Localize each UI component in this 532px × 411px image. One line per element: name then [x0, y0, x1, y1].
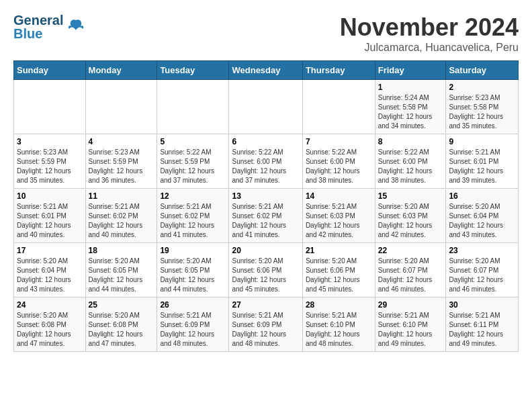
day-number: 22: [378, 246, 443, 255]
day-cell: 10Sunrise: 5:21 AM Sunset: 6:01 PM Dayli…: [14, 189, 86, 243]
logo-blue: Blue: [13, 27, 63, 40]
day-cell: 17Sunrise: 5:20 AM Sunset: 6:04 PM Dayli…: [14, 243, 86, 298]
day-number: 9: [449, 137, 515, 146]
day-info: Sunrise: 5:20 AM Sunset: 6:08 PM Dayligh…: [17, 311, 83, 349]
day-number: 25: [89, 300, 154, 310]
location: Julcamarca, Huancavelica, Peru: [340, 42, 519, 54]
day-info: Sunrise: 5:20 AM Sunset: 6:04 PM Dayligh…: [17, 257, 83, 294]
day-number: 28: [306, 300, 372, 310]
calendar-table: SundayMondayTuesdayWednesdayThursdayFrid…: [13, 60, 519, 352]
day-number: 4: [89, 137, 154, 146]
weekday-monday: Monday: [85, 61, 157, 80]
week-row-1: 1Sunrise: 5:24 AM Sunset: 5:58 PM Daylig…: [14, 80, 519, 134]
day-cell: 1Sunrise: 5:24 AM Sunset: 5:58 PM Daylig…: [375, 80, 446, 134]
day-info: Sunrise: 5:21 AM Sunset: 6:09 PM Dayligh…: [160, 311, 226, 349]
day-cell: 13Sunrise: 5:21 AM Sunset: 6:02 PM Dayli…: [229, 189, 302, 243]
day-cell: 29Sunrise: 5:21 AM Sunset: 6:10 PM Dayli…: [375, 298, 446, 352]
day-number: 6: [232, 137, 299, 146]
day-cell: 9Sunrise: 5:21 AM Sunset: 6:01 PM Daylig…: [446, 134, 519, 189]
day-number: 30: [449, 300, 515, 310]
day-number: 19: [160, 246, 226, 255]
day-number: 3: [17, 137, 83, 146]
day-cell: 30Sunrise: 5:21 AM Sunset: 6:11 PM Dayli…: [446, 298, 519, 352]
day-cell: [302, 80, 375, 134]
day-cell: 25Sunrise: 5:20 AM Sunset: 6:08 PM Dayli…: [85, 298, 157, 352]
day-info: Sunrise: 5:21 AM Sunset: 6:03 PM Dayligh…: [306, 202, 372, 240]
day-info: Sunrise: 5:21 AM Sunset: 6:10 PM Dayligh…: [306, 311, 372, 349]
day-cell: 22Sunrise: 5:20 AM Sunset: 6:07 PM Dayli…: [375, 243, 446, 298]
day-info: Sunrise: 5:22 AM Sunset: 6:00 PM Dayligh…: [306, 148, 372, 185]
day-info: Sunrise: 5:21 AM Sunset: 6:02 PM Dayligh…: [160, 202, 226, 240]
day-number: 29: [378, 300, 443, 310]
week-row-4: 17Sunrise: 5:20 AM Sunset: 6:04 PM Dayli…: [14, 243, 519, 298]
day-cell: [229, 80, 302, 134]
title-section: November 2024 Julcamarca, Huancavelica, …: [340, 13, 519, 54]
day-info: Sunrise: 5:23 AM Sunset: 5:59 PM Dayligh…: [17, 148, 83, 185]
day-number: 16: [449, 191, 515, 201]
day-info: Sunrise: 5:21 AM Sunset: 6:09 PM Dayligh…: [232, 311, 299, 349]
day-number: 13: [232, 191, 299, 201]
day-info: Sunrise: 5:23 AM Sunset: 5:58 PM Dayligh…: [449, 93, 515, 131]
day-cell: 20Sunrise: 5:20 AM Sunset: 6:06 PM Dayli…: [229, 243, 302, 298]
week-row-5: 24Sunrise: 5:20 AM Sunset: 6:08 PM Dayli…: [14, 298, 519, 352]
day-number: 17: [17, 246, 83, 255]
day-number: 2: [449, 83, 515, 92]
logo: General Blue: [13, 13, 86, 40]
day-cell: 12Sunrise: 5:21 AM Sunset: 6:02 PM Dayli…: [157, 189, 229, 243]
day-cell: 15Sunrise: 5:20 AM Sunset: 6:03 PM Dayli…: [375, 189, 446, 243]
day-info: Sunrise: 5:20 AM Sunset: 6:07 PM Dayligh…: [449, 257, 515, 294]
day-info: Sunrise: 5:20 AM Sunset: 6:06 PM Dayligh…: [306, 257, 372, 294]
day-cell: 18Sunrise: 5:20 AM Sunset: 6:05 PM Dayli…: [85, 243, 157, 298]
day-info: Sunrise: 5:21 AM Sunset: 6:11 PM Dayligh…: [449, 311, 515, 349]
day-number: 5: [160, 137, 226, 146]
day-number: 14: [306, 191, 372, 201]
day-cell: 2Sunrise: 5:23 AM Sunset: 5:58 PM Daylig…: [446, 80, 519, 134]
day-cell: 7Sunrise: 5:22 AM Sunset: 6:00 PM Daylig…: [302, 134, 375, 189]
day-info: Sunrise: 5:20 AM Sunset: 6:07 PM Dayligh…: [378, 257, 443, 294]
day-cell: 4Sunrise: 5:23 AM Sunset: 5:59 PM Daylig…: [85, 134, 157, 189]
day-info: Sunrise: 5:23 AM Sunset: 5:59 PM Dayligh…: [89, 148, 154, 185]
day-number: 1: [378, 83, 443, 92]
day-cell: 21Sunrise: 5:20 AM Sunset: 6:06 PM Dayli…: [302, 243, 375, 298]
day-number: 12: [160, 191, 226, 201]
day-cell: 16Sunrise: 5:20 AM Sunset: 6:04 PM Dayli…: [446, 189, 519, 243]
day-number: 18: [89, 246, 154, 255]
day-info: Sunrise: 5:22 AM Sunset: 5:59 PM Dayligh…: [160, 148, 226, 185]
day-cell: 19Sunrise: 5:20 AM Sunset: 6:05 PM Dayli…: [157, 243, 229, 298]
day-cell: 8Sunrise: 5:22 AM Sunset: 6:00 PM Daylig…: [375, 134, 446, 189]
day-cell: 28Sunrise: 5:21 AM Sunset: 6:10 PM Dayli…: [302, 298, 375, 352]
weekday-sunday: Sunday: [14, 61, 86, 80]
day-number: 10: [17, 191, 83, 201]
day-cell: 24Sunrise: 5:20 AM Sunset: 6:08 PM Dayli…: [14, 298, 86, 352]
day-cell: [14, 80, 86, 134]
day-cell: 11Sunrise: 5:21 AM Sunset: 6:02 PM Dayli…: [85, 189, 157, 243]
day-cell: 26Sunrise: 5:21 AM Sunset: 6:09 PM Dayli…: [157, 298, 229, 352]
day-cell: [85, 80, 157, 134]
day-number: 23: [449, 246, 515, 255]
day-info: Sunrise: 5:20 AM Sunset: 6:08 PM Dayligh…: [89, 311, 154, 349]
day-number: 24: [17, 300, 83, 310]
day-number: 20: [232, 246, 299, 255]
weekday-saturday: Saturday: [446, 61, 519, 80]
day-cell: 14Sunrise: 5:21 AM Sunset: 6:03 PM Dayli…: [302, 189, 375, 243]
day-number: 11: [89, 191, 154, 201]
day-info: Sunrise: 5:21 AM Sunset: 6:01 PM Dayligh…: [17, 202, 83, 240]
day-number: 8: [378, 137, 443, 146]
day-number: 21: [306, 246, 372, 255]
day-info: Sunrise: 5:22 AM Sunset: 6:00 PM Dayligh…: [378, 148, 443, 185]
day-cell: 6Sunrise: 5:22 AM Sunset: 6:00 PM Daylig…: [229, 134, 302, 189]
day-cell: [157, 80, 229, 134]
day-number: 26: [160, 300, 226, 310]
page-header: General Blue November 2024 Julcamarca, H…: [13, 13, 519, 54]
day-info: Sunrise: 5:21 AM Sunset: 6:02 PM Dayligh…: [89, 202, 154, 240]
weekday-wednesday: Wednesday: [229, 61, 302, 80]
day-info: Sunrise: 5:21 AM Sunset: 6:02 PM Dayligh…: [232, 202, 299, 240]
weekday-thursday: Thursday: [302, 61, 375, 80]
day-number: 7: [306, 137, 372, 146]
day-info: Sunrise: 5:24 AM Sunset: 5:58 PM Dayligh…: [378, 93, 443, 131]
day-info: Sunrise: 5:20 AM Sunset: 6:05 PM Dayligh…: [89, 257, 154, 294]
day-info: Sunrise: 5:21 AM Sunset: 6:01 PM Dayligh…: [449, 148, 515, 185]
logo-general: General: [13, 13, 63, 27]
day-cell: 27Sunrise: 5:21 AM Sunset: 6:09 PM Dayli…: [229, 298, 302, 352]
day-info: Sunrise: 5:22 AM Sunset: 6:00 PM Dayligh…: [232, 148, 299, 185]
